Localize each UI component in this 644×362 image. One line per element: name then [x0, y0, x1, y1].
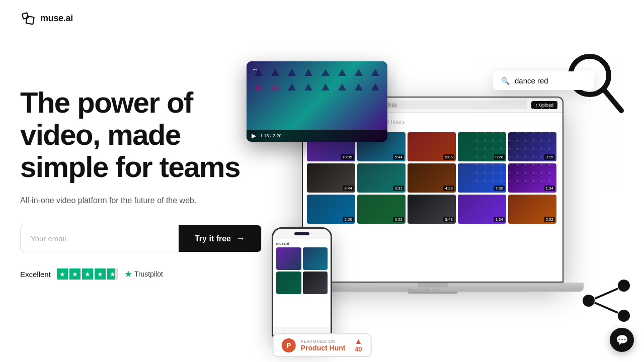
video-thumb-8[interactable]: 4:28 [408, 163, 456, 193]
svg-line-3 [604, 89, 621, 111]
phone-thumb-2[interactable] [303, 247, 328, 270]
video-thumb-13[interactable]: 3:48 [408, 195, 456, 224]
svg-line-7 [595, 289, 618, 299]
ph-name: Product Hunt [301, 344, 346, 352]
email-input[interactable] [21, 225, 179, 252]
trustpilot-stars: ★ ★ ★ ★ ★ [57, 268, 118, 280]
video-thumb-12[interactable]: 6:52 [357, 195, 406, 224]
triangle [338, 83, 346, 90]
triangle [371, 83, 379, 90]
hero-right: 🔍 dance red [262, 56, 624, 358]
phone-thumb-3[interactable] [276, 272, 301, 294]
triangle [271, 69, 279, 76]
try-free-label: Try it free [195, 234, 231, 243]
star-3: ★ [82, 268, 93, 280]
video-overlay-card: ← ▶ 1:13 / 2:20 [247, 61, 387, 142]
video-thumb-14[interactable]: 1:34 [458, 195, 506, 224]
phone-thumb-1[interactable] [276, 247, 301, 270]
share-icon-area [579, 276, 634, 328]
product-hunt-badge[interactable]: P FEATURED ON Product Hunt ▲ 40 [273, 333, 372, 357]
logo-text: muse.ai [40, 13, 73, 24]
svg-rect-1 [26, 16, 34, 24]
phone-top-bar [273, 229, 331, 239]
trustpilot-label: Excellent [20, 270, 51, 279]
triangle [288, 83, 296, 90]
triangle [288, 69, 296, 76]
search-icon: 🔍 [501, 77, 510, 85]
hero-headline: The power of video, made simple for team… [20, 86, 262, 183]
triangle [355, 69, 363, 76]
hero-section: The power of video, made simple for team… [0, 36, 644, 358]
video-thumb-11[interactable]: 2:06 [307, 195, 355, 224]
triangle [271, 83, 279, 90]
svg-line-8 [595, 303, 618, 313]
star-4: ★ [95, 268, 106, 280]
trustpilot-brand: Trustpilot [134, 270, 163, 278]
chat-widget[interactable]: 💬 [610, 328, 634, 352]
product-hunt-logo: P [282, 338, 296, 352]
trustpilot-logo: ★ Trustpilot [124, 268, 163, 280]
share-icon-svg [579, 276, 634, 326]
triangle [371, 69, 379, 76]
star-1: ★ [57, 268, 68, 280]
video-thumb-3[interactable]: 9:06 [408, 132, 456, 161]
logo-icon [20, 10, 36, 26]
ph-featured-text: FEATURED ON [301, 339, 346, 344]
svg-point-6 [618, 310, 630, 322]
play-icon[interactable]: ▶ [252, 132, 256, 139]
triangle [321, 69, 330, 76]
video-back-button[interactable]: ← [252, 65, 259, 73]
email-form: Try it free → [20, 225, 262, 252]
triangle [255, 83, 263, 90]
ph-arrow-icon: ▲ [354, 337, 362, 345]
trustpilot-section: Excellent ★ ★ ★ ★ ★ ★ Trustpilot [20, 268, 262, 280]
search-overlay: 🔍 dance red [493, 71, 594, 90]
triangle [355, 83, 363, 90]
svg-point-5 [583, 295, 595, 307]
video-thumb-7[interactable]: 3:31 [357, 163, 406, 193]
phone-logo: muse.ai [276, 242, 328, 245]
phone-screen: muse.ai [273, 229, 331, 341]
triangle [304, 83, 312, 90]
trustpilot-star-icon: ★ [124, 268, 132, 280]
phone-mockup: muse.ai [272, 227, 332, 343]
video-thumb-15[interactable]: 5:02 [508, 195, 556, 224]
laptop-notch [418, 283, 448, 288]
video-time: 1:13 / 2:20 [260, 133, 282, 138]
triangle [338, 69, 346, 76]
ph-upvote[interactable]: ▲ 40 [354, 337, 362, 353]
star-2: ★ [69, 268, 80, 280]
header: muse.ai [0, 0, 644, 36]
try-free-button[interactable]: Try it free → [179, 225, 261, 252]
star-half: ★ [107, 268, 118, 280]
svg-point-4 [618, 280, 630, 292]
arrow-icon: → [236, 233, 245, 244]
search-query: dance red [515, 76, 548, 85]
hero-subtext: All-in-one video platform for the future… [20, 195, 262, 207]
chat-icon: 💬 [616, 334, 628, 346]
product-hunt-info: FEATURED ON Product Hunt [301, 339, 346, 352]
triangle [321, 83, 330, 90]
logo[interactable]: muse.ai [20, 10, 73, 26]
phone-content: muse.ai [273, 239, 331, 297]
macbook-label: MacBook Pro [408, 288, 440, 293]
triangle [304, 69, 312, 76]
phone-video-grid [276, 247, 328, 294]
ph-count: 40 [355, 345, 362, 353]
phone-thumb-4[interactable] [303, 272, 328, 294]
hero-left: The power of video, made simple for team… [20, 56, 262, 280]
video-controls: ▶ 1:13 / 2:20 [247, 130, 387, 142]
video-thumb-6[interactable]: 8:44 [307, 163, 355, 193]
phone-notch [294, 232, 309, 235]
